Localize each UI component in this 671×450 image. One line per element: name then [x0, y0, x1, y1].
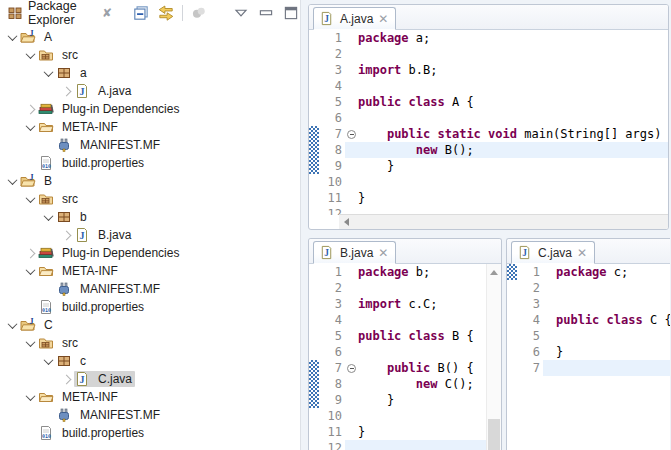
- line-number[interactable]: 10: [319, 174, 345, 190]
- tree-item[interactable]: JC: [0, 316, 299, 334]
- tree-item[interactable]: META-INF: [0, 118, 299, 136]
- code-line[interactable]: 7 public static void main(String[] args)…: [309, 126, 668, 142]
- code-line[interactable]: 3import b.B;: [309, 62, 668, 78]
- horizontal-scrollbar[interactable]: [339, 214, 668, 229]
- code-line[interactable]: 2: [309, 46, 668, 62]
- line-content[interactable]: [345, 110, 668, 126]
- minimize-icon[interactable]: [257, 4, 275, 22]
- tree-item[interactable]: src: [0, 334, 299, 352]
- code-line[interactable]: 6: [309, 344, 487, 360]
- line-number[interactable]: 5: [319, 94, 345, 110]
- tree-item[interactable]: META-INF: [0, 388, 299, 406]
- tree-item[interactable]: MANIFEST.MF: [0, 136, 299, 154]
- tree-expander-icon[interactable]: [22, 263, 38, 279]
- line-number[interactable]: 1: [319, 30, 345, 46]
- tree-item[interactable]: Plug-in Dependencies: [0, 244, 299, 262]
- line-content[interactable]: import c.C;: [345, 296, 487, 312]
- line-content[interactable]: public class B {: [345, 328, 487, 344]
- line-number[interactable]: 5: [517, 328, 543, 344]
- line-content[interactable]: }: [345, 424, 487, 440]
- tree-item[interactable]: 010build.properties: [0, 154, 299, 172]
- line-content[interactable]: [345, 344, 487, 360]
- code-line[interactable]: 2: [507, 280, 670, 296]
- code-line[interactable]: 4public class C {: [507, 312, 670, 328]
- current-line[interactable]: [345, 440, 487, 450]
- code-line[interactable]: 5public class A {: [309, 94, 668, 110]
- tree-expander-icon[interactable]: [22, 245, 38, 261]
- code-line[interactable]: 4: [309, 312, 487, 328]
- line-content[interactable]: }: [543, 344, 670, 360]
- tree-expander-icon[interactable]: [22, 101, 38, 117]
- fold-minus-icon[interactable]: [345, 130, 358, 139]
- tree-item[interactable]: JA.java: [0, 82, 299, 100]
- line-number[interactable]: 4: [319, 312, 345, 328]
- line-number[interactable]: 4: [319, 78, 345, 94]
- tree-expander-icon[interactable]: [40, 65, 56, 81]
- line-content[interactable]: package a;: [345, 30, 668, 46]
- line-number[interactable]: 3: [319, 296, 345, 312]
- fold-minus-icon[interactable]: [345, 364, 358, 373]
- line-number[interactable]: 7: [319, 360, 345, 376]
- code-line[interactable]: 8 new C();: [309, 376, 487, 392]
- line-number[interactable]: 9: [319, 158, 345, 174]
- code-line[interactable]: 6}: [507, 344, 670, 360]
- scroll-left-icon[interactable]: [339, 215, 354, 229]
- line-content[interactable]: }: [345, 392, 487, 408]
- code-line[interactable]: 7: [507, 360, 670, 376]
- code-line[interactable]: 11}: [309, 424, 487, 440]
- code-line[interactable]: 1package a;: [309, 30, 668, 46]
- tree-item[interactable]: 010build.properties: [0, 424, 299, 442]
- tree-expander-icon[interactable]: [4, 317, 20, 333]
- tree-item[interactable]: c: [0, 352, 299, 370]
- code-line[interactable]: 11}: [309, 190, 668, 206]
- code-line[interactable]: 8 new B();: [309, 142, 668, 158]
- tree-item[interactable]: src: [0, 46, 299, 64]
- line-number[interactable]: 6: [319, 110, 345, 126]
- code-editor[interactable]: 1package c;234public class C {56}7: [507, 264, 670, 450]
- code-line[interactable]: 10: [309, 174, 668, 190]
- line-content[interactable]: public class C {: [543, 312, 670, 328]
- code-line[interactable]: 10: [309, 408, 487, 424]
- editor-tab-B.java[interactable]: JB.java✕: [313, 241, 396, 264]
- code-line[interactable]: 5: [507, 328, 670, 344]
- line-number[interactable]: 2: [319, 280, 345, 296]
- close-icon[interactable]: ✕: [378, 247, 388, 259]
- line-number[interactable]: 3: [319, 62, 345, 78]
- line-number[interactable]: 2: [517, 280, 543, 296]
- line-number[interactable]: 1: [517, 264, 543, 280]
- line-content[interactable]: [543, 328, 670, 344]
- code-line[interactable]: 6: [309, 110, 668, 126]
- current-line[interactable]: [543, 360, 670, 376]
- code-line[interactable]: 9 }: [309, 158, 668, 174]
- line-content[interactable]: }: [345, 190, 668, 206]
- tree-expander-icon[interactable]: [58, 83, 74, 99]
- tree-item[interactable]: JC.java: [0, 370, 299, 388]
- line-number[interactable]: 7: [319, 126, 345, 142]
- close-icon[interactable]: ✘: [102, 7, 112, 19]
- line-content[interactable]: package b;: [345, 264, 487, 280]
- line-number[interactable]: 11: [319, 190, 345, 206]
- line-number[interactable]: 7: [517, 360, 543, 376]
- code-line[interactable]: 12: [309, 440, 487, 450]
- line-number[interactable]: 6: [517, 344, 543, 360]
- code-line[interactable]: 2: [309, 280, 487, 296]
- code-line[interactable]: 7 public B() {: [309, 360, 487, 376]
- code-editor[interactable]: 1package a;23import b.B;45public class A…: [309, 30, 668, 215]
- tree-item[interactable]: META-INF: [0, 262, 299, 280]
- tree-expander-icon[interactable]: [22, 389, 38, 405]
- line-content[interactable]: public class A {: [345, 94, 668, 110]
- code-line[interactable]: 4: [309, 78, 668, 94]
- tree-item[interactable]: 010build.properties: [0, 298, 299, 316]
- line-number[interactable]: 3: [517, 296, 543, 312]
- line-number[interactable]: 1: [319, 264, 345, 280]
- tree-expander-icon[interactable]: [22, 191, 38, 207]
- code-editor[interactable]: 1package b;23import c.C;45public class B…: [309, 264, 487, 450]
- line-number[interactable]: 11: [319, 424, 345, 440]
- tree-expander-icon[interactable]: [58, 227, 74, 243]
- editor-tab-A.java[interactable]: JA.java✕: [313, 7, 396, 30]
- current-line[interactable]: new B();: [345, 142, 668, 158]
- package-explorer-tab[interactable]: Package Explorer ✘: [3, 0, 118, 30]
- line-number[interactable]: 6: [319, 344, 345, 360]
- line-number[interactable]: 10: [319, 408, 345, 424]
- tree-expander-icon[interactable]: [22, 47, 38, 63]
